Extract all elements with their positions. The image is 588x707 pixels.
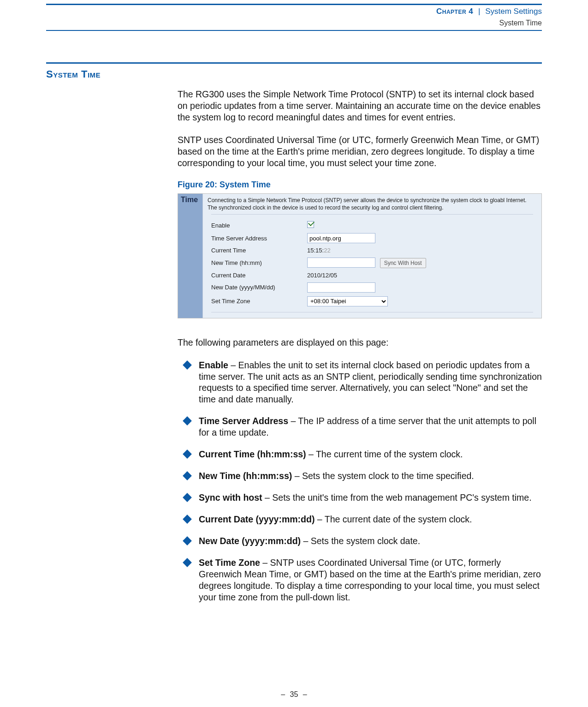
list-item: Time Server Address – The IP address of … [186,415,542,438]
list-item: Sync with host – Sets the unit's time fr… [186,492,542,503]
bullet-icon [183,471,192,480]
current-time-value: 15:15:22 [307,247,331,254]
intro-paragraph-2: SNTP uses Coordinated Universal Time (or… [178,134,542,169]
bullet-icon [183,515,192,524]
list-item: Enable – Enables the unit to set its int… [186,359,542,406]
chapter-number: Chapter 4 [436,7,473,16]
current-date-value: 2010/12/05 [307,272,337,279]
header-underline [46,30,542,31]
current-date-label: Current Date [211,272,307,279]
bullet-icon [183,449,192,459]
screenshot-tab: Time [178,194,203,214]
page-footer: – 35 – [0,690,588,699]
list-item: New Time (hh:mm:ss) – Sets the system cl… [186,470,542,482]
set-time-zone-label: Set Time Zone [211,298,307,305]
sync-with-host-button[interactable]: Sync With Host [380,258,426,268]
screenshot-divider-top [211,214,533,215]
bullet-icon [183,416,192,425]
chapter-title: System Settings [485,7,542,16]
list-item: Set Time Zone – SNTP uses Coordinated Un… [186,557,542,603]
time-server-address-input[interactable] [307,233,375,243]
section-heading: System Time [46,68,542,80]
list-item: Current Time (hh:mm:ss) – The current ti… [186,449,542,460]
enable-checkbox[interactable] [307,221,314,228]
screenshot-system-time: Time Connecting to a Simple Network Time… [178,193,542,318]
body-column: The RG300 uses the Simple Network Time P… [178,89,542,603]
screenshot-sidebar [178,214,203,318]
set-time-zone-select[interactable]: +08:00 Taipei [307,296,388,306]
time-server-address-label: Time Server Address [211,235,307,242]
current-time-label: Current Time [211,247,307,254]
bullet-icon [183,493,192,502]
new-time-label: New Time (hh:mm) [211,259,307,266]
params-intro: The following parameters are displayed o… [178,337,542,348]
bullet-icon [183,360,192,370]
screenshot-description: Connecting to a Simple Network Time Prot… [203,194,541,214]
new-date-input[interactable] [307,282,375,293]
list-item: Current Date (yyyy:mm:dd) – The current … [186,514,542,525]
header-pipe: | [475,7,483,16]
page-number: 35 [290,690,298,698]
screenshot-divider-bottom [211,312,533,312]
list-item: New Date (yyyy:mm:dd) – Sets the system … [186,535,542,547]
section-rule [46,62,542,64]
enable-label: Enable [211,222,307,229]
bullet-icon [183,536,192,545]
header-subtitle: System Time [0,19,588,30]
intro-paragraph-1: The RG300 uses the Simple Network Time P… [178,89,542,123]
new-date-label: New Date (yyyy/MM/dd) [211,284,307,291]
bullet-icon [183,558,192,567]
content-area: System Time The RG300 uses the Simple Ne… [46,68,542,603]
parameter-list: Enable – Enables the unit to set its int… [178,359,542,603]
new-time-input[interactable] [307,258,375,268]
figure-caption: Figure 20: System Time [178,180,542,190]
page-header: Chapter 4 | System Settings [0,5,588,19]
